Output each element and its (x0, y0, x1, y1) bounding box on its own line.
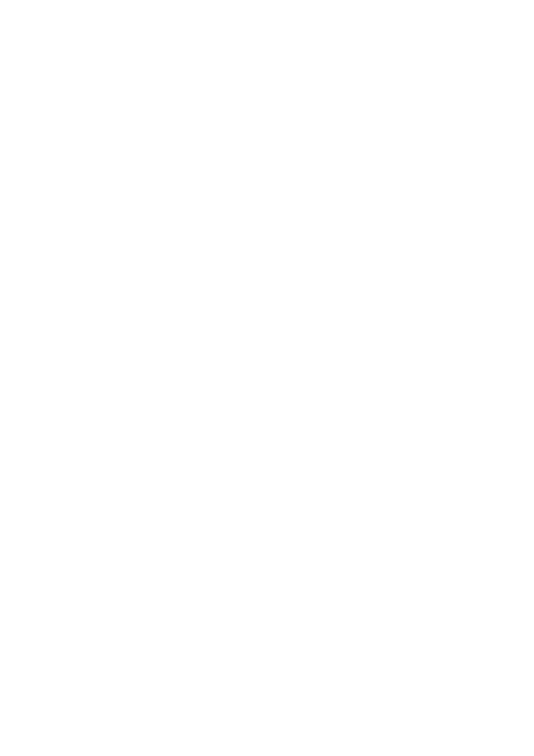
page: × main.c ▾ ⟲ ✓ #include"msp430x14x.h" mo… (0, 0, 534, 64)
